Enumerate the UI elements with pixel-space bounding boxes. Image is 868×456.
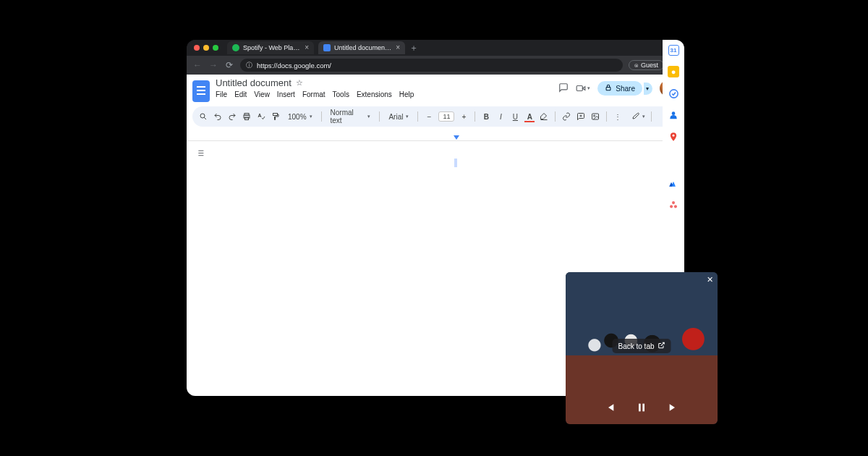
svg-rect-0: [576, 86, 582, 91]
meet-icon[interactable]: ▾: [576, 83, 590, 93]
back-to-tab-label: Back to tab: [618, 342, 654, 350]
url-text: https://docs.google.com/: [257, 62, 331, 69]
bold-button[interactable]: B: [481, 113, 491, 121]
tab-title: Spotify - Web Player: Music f: [243, 44, 301, 51]
doc-title[interactable]: Untitled document: [216, 77, 292, 88]
text-cursor: [454, 159, 457, 167]
font-size-decrease[interactable]: −: [424, 113, 434, 121]
close-tab-icon[interactable]: ×: [396, 44, 400, 51]
font-size-input[interactable]: 11: [438, 111, 454, 122]
undo-icon[interactable]: [213, 112, 223, 121]
font-dropdown[interactable]: Arial▾: [386, 113, 412, 121]
menu-extensions[interactable]: Extensions: [357, 90, 392, 98]
keep-icon[interactable]: ●: [668, 66, 679, 77]
header-actions: ▾ Share ▾: [558, 80, 676, 96]
atlassian-icon[interactable]: [668, 177, 679, 189]
close-tab-icon[interactable]: ×: [305, 44, 309, 51]
share-dropdown[interactable]: ▾: [644, 83, 652, 95]
svg-point-2: [200, 114, 205, 118]
title-menu-block: Untitled document ☆ File Edit View Inser…: [216, 77, 414, 98]
minimize-window[interactable]: [203, 45, 209, 51]
tasks-icon[interactable]: [668, 88, 679, 99]
svg-point-12: [672, 201, 675, 204]
svg-point-8: [594, 115, 595, 117]
profile-chip[interactable]: ⍟ Guest: [629, 60, 664, 70]
address-field[interactable]: ⓘ https://docs.google.com/: [240, 59, 623, 72]
back-to-tab-button[interactable]: Back to tab: [612, 339, 671, 353]
svg-point-14: [674, 205, 677, 208]
forward-button[interactable]: →: [208, 60, 218, 70]
docs-header: Untitled document ☆ File Edit View Inser…: [187, 75, 684, 102]
menu-format[interactable]: Format: [302, 90, 326, 98]
outline-toggle-icon[interactable]: [195, 148, 205, 160]
pause-button[interactable]: [636, 402, 647, 415]
contacts-icon[interactable]: [668, 109, 679, 121]
svg-rect-6: [273, 114, 278, 116]
insert-comment-icon[interactable]: [576, 112, 586, 121]
font-size-increase[interactable]: +: [459, 113, 469, 121]
more-tools-icon[interactable]: ⋮: [613, 113, 623, 121]
menu-edit[interactable]: Edit: [234, 90, 247, 98]
style-dropdown[interactable]: Normal text▾: [328, 109, 374, 124]
profile-icon: ⍟: [634, 62, 638, 69]
close-window[interactable]: [194, 45, 200, 51]
insert-image-icon[interactable]: [590, 112, 600, 121]
next-track-button[interactable]: [668, 402, 679, 415]
insert-link-icon[interactable]: [561, 112, 571, 121]
svg-rect-16: [642, 404, 644, 412]
svg-rect-1: [606, 88, 610, 90]
text-color-button[interactable]: A: [524, 113, 535, 121]
menu-tools[interactable]: Tools: [333, 90, 349, 98]
print-icon[interactable]: [242, 112, 252, 121]
comments-icon[interactable]: [558, 83, 569, 95]
tab-strip: Spotify - Web Player: Music f × Untitled…: [187, 40, 684, 56]
asana-icon[interactable]: [668, 199, 679, 211]
maximize-window[interactable]: [213, 45, 218, 51]
tab-title: Untitled document - Google D: [334, 44, 392, 51]
maps-icon[interactable]: [668, 131, 679, 143]
menu-help[interactable]: Help: [399, 90, 414, 98]
star-icon[interactable]: ☆: [296, 78, 303, 88]
tab-spotify[interactable]: Spotify - Web Player: Music f ×: [227, 41, 314, 54]
picture-in-picture-window[interactable]: ✕ Back to tab: [566, 272, 718, 424]
formatting-toolbar: 100%▾ Normal text▾ Arial▾ − 11 + B: [192, 106, 678, 127]
ruler[interactable]: [187, 130, 684, 141]
external-link-icon: [658, 342, 665, 350]
underline-button[interactable]: U: [510, 113, 520, 121]
menu-view[interactable]: View: [254, 90, 270, 98]
svg-point-10: [672, 111, 676, 115]
new-tab-button[interactable]: ＋: [409, 42, 418, 54]
menu-insert[interactable]: Insert: [277, 90, 295, 98]
italic-button[interactable]: I: [495, 113, 506, 121]
pip-close-button[interactable]: ✕: [707, 275, 713, 284]
url-bar: ← → ⟳ ⓘ https://docs.google.com/ ⍟ Guest…: [187, 56, 684, 75]
indent-left-marker[interactable]: [454, 135, 459, 140]
back-button[interactable]: ←: [192, 60, 203, 70]
svg-point-13: [670, 205, 673, 208]
search-icon[interactable]: [198, 112, 208, 121]
menu-bar: File Edit View Insert Format Tools Exten…: [216, 90, 414, 98]
highlight-button[interactable]: [539, 112, 549, 121]
lock-icon: [605, 84, 612, 93]
menu-file[interactable]: File: [216, 90, 227, 98]
editing-mode-button[interactable]: ▾: [631, 112, 645, 121]
spellcheck-icon[interactable]: [256, 112, 266, 121]
svg-point-11: [673, 135, 675, 137]
docs-logo[interactable]: [192, 80, 210, 102]
share-button[interactable]: Share: [597, 81, 642, 96]
secure-icon: ⓘ: [246, 61, 252, 70]
redo-icon[interactable]: [227, 112, 237, 121]
window-controls: [194, 45, 218, 51]
docs-icon: [323, 44, 331, 51]
svg-rect-15: [639, 404, 641, 412]
side-panel: 31 ●: [663, 40, 684, 211]
calendar-icon[interactable]: 31: [668, 45, 679, 56]
profile-label: Guest: [641, 62, 658, 69]
reload-button[interactable]: ⟳: [224, 60, 234, 70]
previous-track-button[interactable]: [604, 402, 616, 415]
tab-docs[interactable]: Untitled document - Google D ×: [318, 41, 405, 54]
paint-format-icon[interactable]: [271, 112, 281, 121]
zoom-dropdown[interactable]: 100%▾: [285, 113, 315, 121]
spotify-icon: [232, 44, 239, 51]
pip-controls: [566, 402, 718, 415]
